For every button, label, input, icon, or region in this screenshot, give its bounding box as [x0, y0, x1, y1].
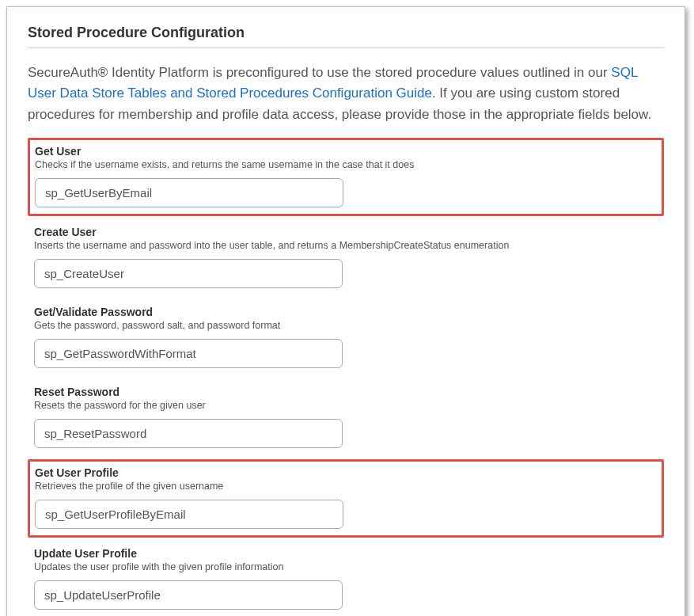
get-user-profile-group: Get User ProfileRetrieves the profile of…: [28, 459, 664, 538]
reset-password-label: Reset Password: [34, 386, 658, 398]
create-user-label: Create User: [34, 226, 658, 238]
intro-text: SecureAuth® Identity Platform is preconf…: [28, 63, 664, 125]
get-user-input[interactable]: [35, 178, 343, 207]
get-user-label: Get User: [35, 145, 657, 158]
page-title: Stored Procedure Configuration: [28, 25, 664, 48]
create-user-group: Create UserInserts the username and pass…: [28, 219, 664, 296]
get-user-profile-label: Get User Profile: [35, 466, 657, 479]
get-user-profile-input[interactable]: [35, 500, 343, 529]
get-user-profile-description: Retrieves the profile of the given usern…: [35, 481, 657, 492]
reset-password-input[interactable]: [34, 419, 343, 448]
get-validate-password-description: Gets the password, password salt, and pa…: [34, 320, 658, 331]
get-validate-password-group: Get/Validate PasswordGets the password, …: [28, 299, 664, 376]
reset-password-group: Reset PasswordResets the password for th…: [28, 379, 664, 456]
reset-password-description: Resets the password for the given user: [34, 400, 658, 411]
intro-pre: SecureAuth® Identity Platform is preconf…: [28, 65, 611, 80]
get-user-group: Get UserChecks if the username exists, a…: [28, 138, 664, 216]
config-panel: Stored Procedure Configuration SecureAut…: [6, 6, 685, 616]
update-user-profile-input[interactable]: [34, 580, 343, 610]
create-user-input[interactable]: [34, 259, 343, 288]
update-user-profile-description: Updates the user profile with the given …: [34, 561, 658, 572]
update-user-profile-group: Update User ProfileUpdates the user prof…: [28, 541, 664, 616]
update-user-profile-label: Update User Profile: [34, 547, 658, 560]
fields-container: Get UserChecks if the username exists, a…: [28, 138, 664, 616]
get-user-description: Checks if the username exists, and retur…: [35, 159, 657, 170]
get-validate-password-label: Get/Validate Password: [34, 306, 658, 318]
get-validate-password-input[interactable]: [34, 339, 343, 368]
create-user-description: Inserts the username and password into t…: [34, 240, 658, 251]
